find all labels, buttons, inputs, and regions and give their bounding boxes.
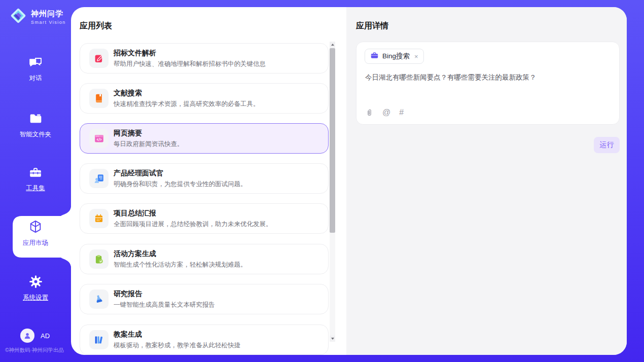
sidebar-item-settings[interactable]: 系统设置	[0, 275, 71, 302]
app-detail-title: 应用详情	[356, 21, 388, 31]
app-card-3[interactable]: 网页摘要每日政府新闻资讯快查。	[80, 123, 329, 154]
tool-tag-label: Bing搜索	[382, 52, 410, 61]
app-card-name: 招标文件解析	[114, 49, 266, 58]
hash-icon[interactable]: #	[399, 108, 404, 117]
attachment-toolbar: @#	[365, 108, 404, 117]
user-profile[interactable]: AD	[20, 329, 50, 343]
sidebar-item-label: 对话	[0, 74, 71, 83]
close-icon[interactable]: ×	[414, 53, 418, 60]
app-card-description: 明确身份和职责，为您提供专业性的面试问题。	[114, 180, 247, 189]
app-card-name: 教案生成	[114, 330, 240, 339]
app-card-description: 智能生成个性化活动方案，轻松解决规划难题。	[114, 261, 247, 269]
app-card-6[interactable]: 活动方案生成智能生成个性化活动方案，轻松解决规划难题。	[80, 244, 329, 274]
gear-icon	[29, 275, 43, 289]
prompt-input-card[interactable]: Bing搜索 × 今日湖北有哪些新闻要点？有哪些需要关注的最新政策？ @#	[356, 42, 620, 125]
brand-logo: 神州问学 Smart Vision	[9, 7, 66, 27]
sidebar-item-app-market[interactable]: 应用市场	[0, 220, 71, 247]
paperclip-icon[interactable]	[365, 108, 374, 117]
chat-icon	[28, 56, 43, 70]
flask-icon	[89, 289, 109, 309]
app-card-8[interactable]: 教案生成模板驱动，教案秒成，教学准备从此轻松快捷	[80, 324, 329, 355]
content-panel: 应用列表 招标文件解析帮助用户快速、准确地理解和解析招标书中的关键信息文献搜索快…	[71, 7, 627, 355]
sidebar-item-label: 应用市场	[0, 239, 71, 247]
app-card-name: 项目总结汇报	[114, 209, 272, 218]
avatar	[20, 329, 34, 343]
toolbox-icon	[28, 166, 43, 180]
app-card-2[interactable]: 文献搜索快速精准查找学术资源，提高研究效率的必备工具。	[80, 83, 329, 114]
sidebar-item-label: 智能文件夹	[0, 130, 71, 139]
run-button[interactable]: 运行	[594, 137, 620, 153]
scrollbar-down-arrow[interactable]	[330, 336, 335, 342]
clipboard-icon	[89, 249, 109, 269]
app-detail-section: 应用详情 Bing搜索 × 今日湖北有哪些新闻要点？有哪些需要关注的最新政策？ …	[346, 7, 627, 355]
app-card-description: 帮助用户快速、准确地理解和解析招标书中的关键信息	[114, 60, 266, 68]
brand-name: 神州问学	[31, 9, 63, 18]
app-card-description: 每日政府新闻资讯快查。	[114, 140, 184, 149]
sidebar-item-label: 系统设置	[0, 294, 71, 302]
copyright-text: ©神州数码·神州问学出品	[0, 347, 69, 354]
scrollbar-thumb[interactable]	[330, 48, 335, 233]
cube-icon	[28, 220, 43, 234]
books-icon	[89, 330, 109, 349]
list-scrollbar[interactable]	[330, 42, 335, 342]
app-card-name: 网页摘要	[114, 129, 184, 138]
app-card-description: 全面回顾项目进展，总结经验教训，助力未来优化发展。	[114, 220, 272, 229]
app-card-description: 快速精准查找学术资源，提高研究效率的必备工具。	[114, 100, 260, 108]
brand-subtitle: Smart Vision	[31, 20, 66, 25]
app-card-name: 活动方案生成	[114, 249, 247, 259]
sidebar-item-label: 工具集	[0, 184, 71, 193]
app-card-name: 产品经理面试官	[114, 169, 247, 178]
calendar-icon	[89, 209, 109, 228]
sidebar-item-chat[interactable]: 对话	[0, 56, 71, 83]
query-input[interactable]: 今日湖北有哪些新闻要点？有哪些需要关注的最新政策？	[365, 73, 609, 83]
edit-document-icon	[89, 49, 109, 68]
folder-icon	[29, 112, 43, 126]
briefcase-icon	[370, 51, 379, 62]
sidebar: 神州问学 Smart Vision 对话智能文件夹工具集应用市场系统设置 AD …	[0, 0, 71, 362]
app-card-description: 一键智能生成高质量长文本研究报告	[114, 301, 215, 309]
app-card-4[interactable]: 产品经理面试官明确身份和职责，为您提供专业性的面试问题。	[80, 163, 329, 194]
scrollbar-up-arrow[interactable]	[330, 42, 335, 48]
web-code-icon	[89, 129, 109, 148]
sidebar-item-folders[interactable]: 智能文件夹	[0, 112, 71, 139]
app-card-7[interactable]: 研究报告一键智能生成高质量长文本研究报告	[80, 284, 329, 314]
app-window: 神州问学 Smart Vision 对话智能文件夹工具集应用市场系统设置 AD …	[0, 0, 644, 362]
app-card-description: 模板驱动，教案秒成，教学准备从此轻松快捷	[114, 341, 240, 350]
diamond-logo-icon	[9, 7, 27, 27]
tool-tag-bing-search[interactable]: Bing搜索 ×	[365, 49, 424, 64]
interview-icon	[89, 169, 109, 188]
app-card-5[interactable]: 项目总结汇报全面回顾项目进展，总结经验教训，助力未来优化发展。	[80, 203, 329, 234]
at-icon[interactable]: @	[382, 108, 390, 117]
app-list-title: 应用列表	[80, 21, 112, 31]
app-card-name: 研究报告	[114, 289, 215, 299]
app-card-1[interactable]: 招标文件解析帮助用户快速、准确地理解和解析招标书中的关键信息	[80, 43, 329, 74]
book-icon	[89, 89, 109, 108]
sidebar-item-tools[interactable]: 工具集	[0, 166, 71, 193]
app-card-name: 文献搜索	[114, 89, 260, 98]
user-initials: AD	[41, 332, 50, 340]
